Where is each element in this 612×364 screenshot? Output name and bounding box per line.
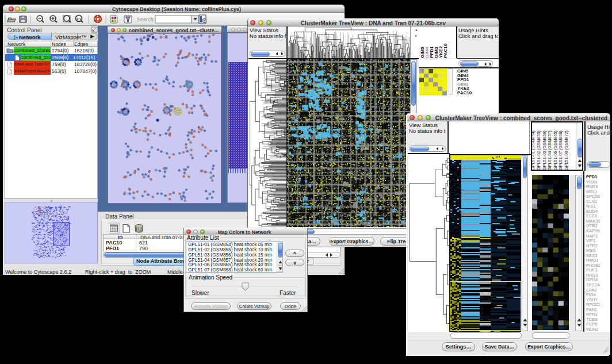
- svg-text:1:1: 1:1: [76, 17, 82, 21]
- svg-text:Search:: Search:: [137, 17, 155, 22]
